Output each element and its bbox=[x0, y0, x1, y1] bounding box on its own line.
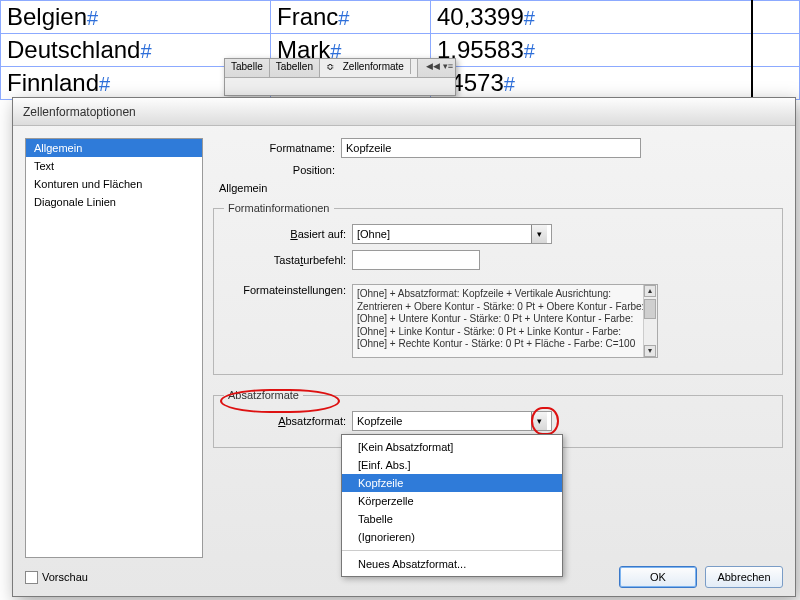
scroll-thumb[interactable] bbox=[644, 299, 656, 319]
group-legend: Absatzformate bbox=[224, 389, 303, 401]
chevron-down-icon: ▾ bbox=[531, 225, 547, 243]
basiert-auf-select[interactable]: [Ohne]▾ bbox=[352, 224, 552, 244]
dropdown-option[interactable]: (Ignorieren) bbox=[342, 528, 562, 546]
formateinstellungen-box: [Ohne] + Absatzformat: Kopfzeile + Verti… bbox=[352, 284, 658, 358]
sidebar-item-konturen[interactable]: Konturen und Flächen bbox=[26, 175, 202, 193]
dropdown-option[interactable]: Körperzelle bbox=[342, 492, 562, 510]
scroll-down-icon[interactable]: ▾ bbox=[644, 345, 656, 357]
panel-body bbox=[225, 77, 455, 95]
dropdown-new-option[interactable]: Neues Absatzformat... bbox=[342, 555, 562, 573]
hash-icon: # bbox=[140, 40, 151, 62]
tastaturbefehl-input[interactable] bbox=[352, 250, 480, 270]
group-legend: Formatinformationen bbox=[224, 202, 334, 214]
position-label: Position: bbox=[213, 164, 341, 176]
hash-icon: # bbox=[87, 7, 98, 29]
formatinformationen-group: Formatinformationen Basiert auf: [Ohne]▾… bbox=[213, 202, 783, 375]
cell-rate: 40,3399 bbox=[437, 3, 524, 30]
hash-icon: # bbox=[524, 40, 535, 62]
cell-currency: Franc bbox=[277, 3, 338, 30]
panel-menu-icon[interactable]: ◀◀ ▾≡ bbox=[426, 61, 453, 71]
tastaturbefehl-label: Tastaturbefehl: bbox=[224, 254, 352, 266]
sidebar-item-allgemein[interactable]: Allgemein bbox=[26, 139, 202, 157]
sidebar-item-diagonale[interactable]: Diagonale Linien bbox=[26, 193, 202, 211]
cancel-button[interactable]: Abbrechen bbox=[705, 566, 783, 588]
formatname-label: Formatname: bbox=[213, 142, 341, 154]
vorschau-label: Vorschau bbox=[42, 571, 88, 583]
sidebar-item-text[interactable]: Text bbox=[26, 157, 202, 175]
dialog-title: Zellenformatoptionen bbox=[13, 98, 795, 126]
panel-tab[interactable]: Tabelle bbox=[225, 59, 270, 77]
dropdown-option[interactable]: [Kein Absatzformat] bbox=[342, 438, 562, 456]
chevron-down-icon: ▾ bbox=[531, 412, 547, 430]
zellenformatoptionen-dialog: Zellenformatoptionen Allgemein Text Kont… bbox=[12, 97, 796, 597]
absatzformat-select[interactable]: Kopfzeile▾ bbox=[352, 411, 552, 431]
absatzformat-dropdown: [Kein Absatzformat] [Einf. Abs.] Kopfzei… bbox=[341, 434, 563, 577]
formatname-input[interactable] bbox=[341, 138, 641, 158]
zellenformate-panel[interactable]: Tabelle Tabellen ≎ Zellenformate ◀◀ ▾≡ bbox=[224, 58, 456, 96]
hash-icon: # bbox=[99, 73, 110, 95]
dropdown-option[interactable]: Tabelle bbox=[342, 510, 562, 528]
hash-icon: # bbox=[338, 7, 349, 29]
category-sidebar: Allgemein Text Konturen und Flächen Diag… bbox=[25, 138, 203, 558]
dropdown-option-selected[interactable]: Kopfzeile bbox=[342, 474, 562, 492]
hash-icon: # bbox=[504, 73, 515, 95]
panel-tab-active[interactable]: ≎ Zellenformate bbox=[320, 59, 418, 77]
panel-tab[interactable]: Tabellen bbox=[270, 59, 320, 77]
table-row: Belgien# Franc# 40,3399# bbox=[1, 1, 800, 34]
cell-country: Belgien bbox=[7, 3, 87, 30]
section-heading: Allgemein bbox=[219, 182, 783, 194]
cell-country: Deutschland bbox=[7, 36, 140, 63]
hash-icon: # bbox=[524, 7, 535, 29]
basiert-auf-label: Basiert auf: bbox=[224, 228, 352, 240]
cell-country: Finnland bbox=[7, 69, 99, 96]
ok-button[interactable]: OK bbox=[619, 566, 697, 588]
absatzformat-label: Absatzformat: bbox=[224, 415, 352, 427]
scroll-up-icon[interactable]: ▴ bbox=[644, 285, 656, 297]
dropdown-option[interactable]: [Einf. Abs.] bbox=[342, 456, 562, 474]
vorschau-checkbox[interactable] bbox=[25, 571, 38, 584]
scrollbar[interactable]: ▴ ▾ bbox=[643, 285, 657, 357]
dropdown-divider bbox=[342, 550, 562, 551]
formateinstellungen-label: Formateinstellungen: bbox=[224, 284, 352, 296]
